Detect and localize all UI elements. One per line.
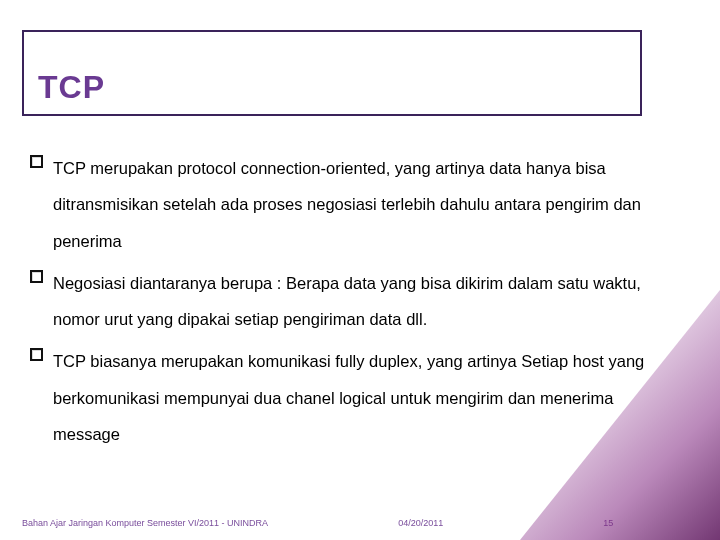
square-bullet-icon [30, 155, 43, 168]
slide-title: TCP [38, 69, 105, 106]
square-bullet-icon [30, 348, 43, 361]
footer: Bahan Ajar Jaringan Komputer Semester VI… [22, 518, 698, 528]
content-area: TCP merupakan protocol connection-orient… [30, 150, 670, 458]
bullet-text: TCP merupakan protocol connection-orient… [53, 150, 670, 259]
footer-source: Bahan Ajar Jaringan Komputer Semester VI… [22, 518, 268, 528]
bullet-text: Negosiasi diantaranya berupa : Berapa da… [53, 265, 670, 338]
list-item: TCP merupakan protocol connection-orient… [30, 150, 670, 259]
list-item: TCP biasanya merupakan komunikasi fully … [30, 343, 670, 452]
list-item: Negosiasi diantaranya berupa : Berapa da… [30, 265, 670, 338]
square-bullet-icon [30, 270, 43, 283]
title-box: TCP [22, 30, 642, 116]
bullet-text: TCP biasanya merupakan komunikasi fully … [53, 343, 670, 452]
footer-date: 04/20/2011 [398, 518, 443, 528]
footer-page: 15 [603, 518, 613, 528]
